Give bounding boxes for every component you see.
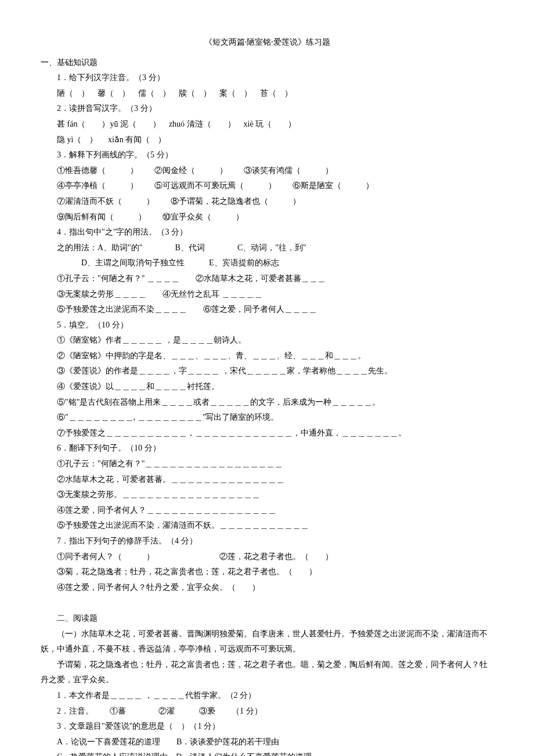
reading-q2: 2．注音。 ①蕃 ②濯 ③亵 （1 分） (41, 704, 493, 719)
q5-label: 5．填空。（10 分） (41, 318, 493, 333)
blank-line (41, 595, 493, 611)
q4-options-1: 之的用法：A、助词"的" B、代词 C、动词，"往，到" (41, 240, 493, 256)
q2-line1: 甚 fán（ ）yū 泥（ ） zhuó 清涟（ ） xiè 玩（ ） (41, 117, 493, 132)
reading-q3-opt-c: C．热爱莲花的人应该说说理由 D．谈谈人们为什么不喜爱莲花的道理 (41, 750, 493, 756)
document-title: 《短文两篇·陋室铭·爱莲说》练习题 (41, 35, 493, 51)
q7-item-2: ③菊，花之隐逸者；牡丹，花之富贵者也；莲，花之君子者也。（ ） (41, 564, 493, 580)
q3-item-2: ④亭亭净植（ ） ⑤可远观而不可亵玩焉（ ） ⑥斯是陋室（ ） (41, 178, 493, 194)
section-2-heading: 二、阅读题 (41, 611, 493, 627)
reading-q1: 1．本文作者是＿＿＿＿ ，＿＿＿＿代哲学家。（2 分） (41, 688, 493, 704)
q1-label: 1．给下列汉字注音。（3 分） (41, 70, 493, 86)
q5-item-2: ②《陋室铭》中押韵的字是名、＿＿＿、＿＿＿、青、＿＿＿、经、＿＿＿和＿＿＿。 (41, 348, 493, 364)
q6-item-1: ①孔子云："何陋之有？"＿＿＿＿＿＿＿＿＿＿＿＿＿＿＿＿＿ (41, 456, 493, 472)
q5-item-5: ⑤"铭"是古代刻在器物上用来＿＿＿＿或者＿＿＿＿＿的文字，后来成为一种＿＿＿＿＿… (41, 395, 493, 411)
q7-label: 7．指出下列句子的修辞手法。（4 分） (41, 534, 493, 549)
q7-item-1: ①同予者何人？（ ） ②莲，花之君子者也。（ ） (41, 549, 493, 565)
q5-item-7: ⑦予独爱莲之＿＿＿＿＿＿＿＿＿＿，＿＿＿＿＿＿＿＿＿＿＿＿，中通外直，＿＿＿＿＿… (41, 426, 493, 441)
q6-item-5: ⑤予独爱莲之出淤泥而不染，濯清涟而不妖。＿＿＿＿＿＿＿＿＿＿＿ (41, 518, 493, 534)
q3-item-4: ⑨陶后鲜有闻（ ） ⑩宜乎众矣（ ） (41, 210, 493, 225)
q4-item-3: ⑤予独爱莲之出淤泥而不染＿＿＿＿ ⑥莲之爱，同予者何人＿＿＿＿ (41, 302, 493, 318)
q5-item-1: ①《陋室铭》作者＿＿＿＿＿ ，是＿＿＿＿朝诗人。 (41, 333, 493, 348)
q5-item-3: ③《爱莲说》的作者是＿＿＿＿，字＿＿＿＿ ，宋代＿＿＿＿＿家，学者称他＿＿＿＿先… (41, 363, 493, 379)
q7-item-3: ④莲之爱，同予者何人？牡丹之爱，宜乎众矣。（ ） (41, 580, 493, 596)
q3-item-3: ⑦濯清涟而不妖（ ） ⑧予谓菊，花之隐逸者也（ ） (41, 194, 493, 210)
q4-item-1: ①孔子云："何陋之有？" ＿＿＿＿ ②水陆草木之花，可爱者甚蕃＿＿＿ (41, 271, 493, 287)
q3-label: 3．解释下列画线的字。（5 分） (41, 147, 493, 163)
q5-item-6: ⑥"＿＿＿＿＿＿＿＿, ＿＿＿＿＿＿＿＿"写出了陋室的环境。 (41, 410, 493, 426)
q6-item-3: ③无案牍之劳形。＿＿＿＿＿＿＿＿＿＿＿＿＿＿＿＿＿ (41, 487, 493, 503)
reading-passage-2: 予谓菊，花之隐逸者也；牡丹，花之富贵者也；莲，花之君子者也。噫，菊之爱，陶后鲜有… (41, 657, 493, 688)
q5-item-4: ④《爱莲说》以＿＿＿＿和＿＿＿＿衬托莲。 (41, 379, 493, 395)
reading-q3-opt-a: A．论说一下喜爱莲花的道理 B．谈谈爱护莲花的若干理由 (41, 735, 493, 750)
q3-item-1: ①惟吾德馨（ ） ②阅金经（ ） ③谈笑有鸿儒（ ） (41, 163, 493, 179)
q4-options-2: D、主谓之间取消句子独立性 E、宾语提前的标志 (41, 255, 493, 271)
q6-label: 6．翻译下列句子。（10 分） (41, 441, 493, 456)
q4-item-2: ③无案牍之劳形＿＿＿＿ ④无丝竹之乱耳 ＿＿＿＿＿ (41, 287, 493, 303)
reading-q3: 3．文章题目"爱莲说"的意思是（ ）（1 分） (41, 719, 493, 735)
q2-line2: 隐 yì（ ） xiǎn 有闻（ ） (41, 132, 493, 148)
q4-label: 4．指出句中"之"字的用法。（3 分） (41, 225, 493, 240)
q2-label: 2．读拼音写汉字。（3 分） (41, 101, 493, 117)
section-1-heading: 一、基础知识题 (41, 55, 493, 71)
q1-blanks: 陋（ ） 馨（ ） 儒（ ） 牍（ ） 案（ ） 苔（ ） (41, 86, 493, 102)
reading-passage-1: （一）水陆草木之花，可爱者甚蕃。晋陶渊明独爱菊。自李唐来，世人甚爱牡丹。予独爱莲… (41, 627, 493, 657)
q6-item-2: ②水陆草木之花，可爱者甚蕃。＿＿＿＿＿＿＿＿＿＿＿＿＿＿ (41, 472, 493, 488)
q6-item-4: ④莲之爱，同予者何人？＿＿＿＿＿＿＿＿＿＿＿＿＿＿＿＿ (41, 503, 493, 519)
